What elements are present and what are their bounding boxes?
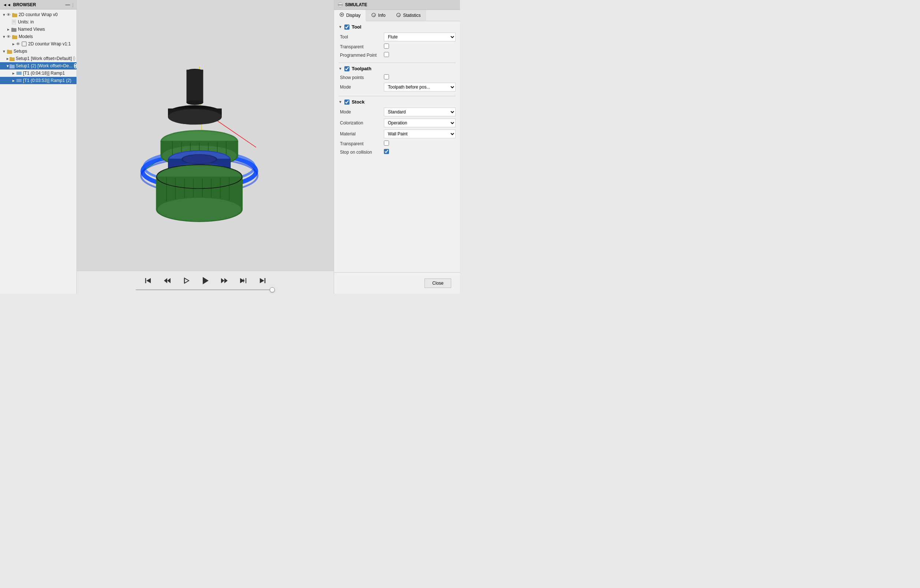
stop-collision-label: Stop on collision: [340, 150, 384, 155]
slider-track[interactable]: [136, 290, 275, 290]
mode-toolpath-prop-row: Mode Toolpath before pos... Full Toolpat…: [339, 83, 456, 91]
simulate-minus-btn[interactable]: —: [338, 2, 343, 7]
mode-stock-control: Standard Translucent None: [384, 108, 456, 117]
toolpath-icon: [16, 70, 22, 76]
tree-item-root[interactable]: ▼ 👁 2D countur Wrap v0: [0, 11, 76, 18]
toolpath-section-arrow[interactable]: ▼: [339, 66, 342, 71]
statistics-tab-icon: #: [396, 13, 401, 19]
show-points-checkbox[interactable]: [384, 74, 389, 79]
svg-text:#: #: [398, 14, 400, 17]
folder-icon: [10, 63, 15, 69]
tool-section-arrow[interactable]: ▼: [339, 25, 342, 29]
programmed-point-checkbox[interactable]: [384, 52, 389, 57]
tree-item-setup1-2[interactable]: ▼ Setup1 (2) [Work offset=De...: [0, 62, 76, 70]
last-button[interactable]: [256, 275, 268, 287]
tree-item-models[interactable]: ▼ 👁 Models: [0, 33, 76, 40]
material-control: Wall Paint Steel Aluminum: [384, 130, 456, 138]
stop-collision-checkbox[interactable]: [384, 149, 389, 154]
tree-arrow: ►: [11, 71, 16, 75]
stock-section: ▼ Stock Mode Standard Translucent None C…: [339, 99, 456, 155]
svg-marker-75: [224, 278, 228, 283]
stock-transparent-checkbox[interactable]: [384, 141, 389, 146]
tab-statistics-label: Statistics: [403, 13, 421, 18]
programmed-point-control: [384, 52, 456, 58]
toolpath-section-header: ▼ Toolpath: [339, 66, 456, 71]
folder-icon: [12, 12, 18, 18]
svg-marker-77: [243, 278, 245, 283]
properties-panel: ▼ Tool Tool Flute Ball Bull Nose Transpa…: [334, 21, 460, 272]
folder-icon: [11, 26, 17, 32]
material-select[interactable]: Wall Paint Steel Aluminum: [384, 130, 456, 138]
transparent-prop-row: Transparent: [339, 44, 456, 50]
tool-prop-row: Tool Flute Ball Bull Nose: [339, 32, 456, 41]
tab-display[interactable]: Display: [334, 10, 366, 21]
first-button[interactable]: [143, 275, 154, 287]
tree-arrow: ▼: [6, 64, 10, 68]
browser-header-left: ◄◄ BROWSER: [3, 2, 36, 7]
toolpath-section: ▼ Toolpath Show points Mode Toolpath bef…: [339, 66, 456, 91]
tree-item-2d-wrap[interactable]: ► 👁 2D countur Wrap v1:1: [0, 40, 76, 47]
tab-info[interactable]: # Info: [366, 10, 391, 21]
tab-statistics[interactable]: # Statistics: [391, 10, 426, 21]
stop-collision-control: [384, 149, 456, 155]
svg-rect-19: [16, 79, 22, 80]
eye-icon: 👁: [6, 13, 11, 17]
colorization-select[interactable]: Operation None Speed: [384, 118, 456, 127]
simulate-header: — SIMULATE: [334, 0, 460, 10]
svg-marker-69: [164, 278, 167, 283]
simulate-title: SIMULATE: [345, 2, 367, 7]
playback-controls: [143, 275, 268, 287]
tree-arrow: ►: [6, 57, 10, 61]
svg-point-82: [341, 14, 343, 15]
slider-thumb[interactable]: [270, 287, 275, 292]
transparent-control: [384, 44, 456, 50]
tab-display-label: Display: [346, 13, 360, 18]
toolpath-section-checkbox[interactable]: [344, 66, 350, 71]
display-tab-icon: [339, 12, 344, 18]
tree-label: [T1 (0:03:53)] Ramp1 (2): [23, 78, 71, 83]
divider-1: [339, 63, 456, 63]
transparent-checkbox[interactable]: [384, 44, 389, 49]
tool-label: Tool: [340, 34, 384, 39]
tool-select[interactable]: Flute Ball Bull Nose: [384, 32, 456, 41]
close-button[interactable]: Close: [424, 279, 451, 288]
tool-section-header: ▼ Tool: [339, 24, 456, 30]
tree-item-setup1[interactable]: ► Setup1 [Work offset=Default]: [0, 55, 76, 62]
tree-item-setups[interactable]: ▼ Setups: [0, 47, 76, 55]
svg-marker-79: [260, 278, 264, 283]
tool-section-checkbox[interactable]: [344, 24, 350, 30]
viewport[interactable]: [77, 0, 334, 271]
svg-marker-70: [167, 278, 170, 283]
svg-point-65: [157, 198, 241, 221]
tree-label: 2D countur Wrap v0: [19, 12, 58, 17]
eye-icon: 👁: [16, 42, 20, 46]
colorization-label: Colorization: [340, 120, 384, 125]
doc-icon: [11, 19, 17, 25]
svg-marker-68: [146, 278, 151, 283]
prev-button[interactable]: [180, 275, 192, 287]
tree-item-t1-ramp1-2[interactable]: ► [T1 (0:03:53)] Ramp1 (2): [0, 77, 76, 84]
transparent-label: Transparent: [340, 44, 384, 49]
tree-item-t1-ramp1[interactable]: ► [T1 (0:04:18)] Ramp1: [0, 70, 76, 77]
play-button[interactable]: [199, 275, 211, 287]
browser-title: BROWSER: [13, 2, 36, 7]
divider-2: [339, 96, 456, 96]
collapse-icon[interactable]: ◄◄: [3, 3, 11, 7]
tree-item-units[interactable]: Units: in: [0, 18, 76, 26]
tree-item-named-views[interactable]: ► Named Views: [0, 26, 76, 33]
material-prop-row: Material Wall Paint Steel Aluminum: [339, 130, 456, 138]
colorization-control: Operation None Speed: [384, 118, 456, 127]
tab-info-label: Info: [378, 13, 385, 18]
eye-icon: 👁: [6, 34, 11, 39]
toolpath-section-label: Toolpath: [351, 66, 371, 71]
stock-section-checkbox[interactable]: [344, 99, 350, 105]
mode-stock-select[interactable]: Standard Translucent None: [384, 108, 456, 117]
browser-minus-btn[interactable]: —: [65, 2, 70, 7]
prev-fast-button[interactable]: [161, 275, 173, 287]
mode-toolpath-select[interactable]: Toolpath before pos... Full Toolpath Non…: [384, 83, 456, 91]
svg-rect-11: [7, 50, 9, 51]
stock-section-arrow[interactable]: ▼: [339, 100, 342, 104]
next-end-button[interactable]: [238, 275, 249, 287]
mode-stock-label: Mode: [340, 109, 384, 115]
next-fast-button[interactable]: [219, 275, 230, 287]
